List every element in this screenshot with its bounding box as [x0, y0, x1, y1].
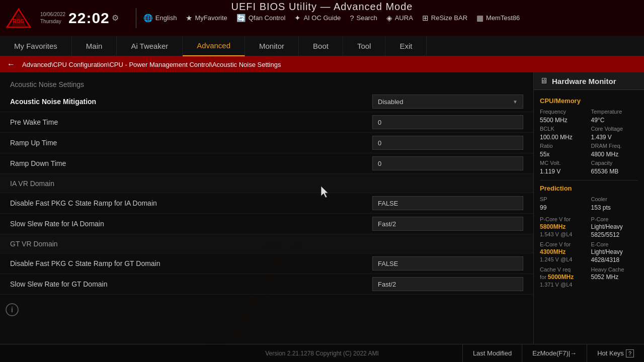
- nav-advanced[interactable]: Advanced: [183, 36, 245, 56]
- nav-boot[interactable]: Boot: [299, 36, 343, 56]
- nav-monitor[interactable]: Monitor: [245, 36, 299, 56]
- ecore-lh-label: E-Core: [591, 241, 638, 247]
- breadcrumb-back-button[interactable]: ←: [7, 60, 15, 69]
- hw-divider: [540, 180, 638, 180]
- hw-monitor-panel: 🖥 Hardware Monitor CPU/Memory Frequency …: [533, 72, 644, 344]
- setting-row-mitigation[interactable]: Acoustic Noise Mitigation Disabled: [0, 92, 533, 112]
- setting-row-disable-fast-ia[interactable]: Disable Fast PKG C State Ramp for IA Dom…: [0, 193, 533, 214]
- content-wrapper: Acoustic Noise Settings Acoustic Noise M…: [0, 72, 644, 344]
- toolbar-english[interactable]: 🌐 English: [143, 14, 177, 23]
- pcore-lh-value: Light/Heavy: [591, 223, 638, 230]
- setting-value-rampup[interactable]: 0: [372, 136, 523, 150]
- nav-main[interactable]: Main: [72, 36, 117, 56]
- toolbar-qfan-label: Qfan Control: [249, 14, 286, 22]
- ratio-value: 55x: [540, 151, 587, 158]
- ecore-boost-value: 4628/4318: [591, 256, 638, 263]
- cpu-memory-grid: Frequency Temperature 5500 MHz 49°C BCLK…: [540, 109, 638, 175]
- setting-label-slow-slew-ia: Slow Slew Rate for IA Domain: [10, 220, 372, 228]
- ecore-v-value: 1.245 V @L4: [540, 256, 587, 263]
- disable-fast-gt-value-text: FALSE: [378, 260, 398, 267]
- toolbar-myfavorite[interactable]: ★ MyFavorite: [186, 14, 227, 23]
- setting-value-slow-slew-gt[interactable]: Fast/2: [372, 277, 523, 291]
- freq-label: Frequency: [540, 109, 587, 115]
- breadcrumb: Advanced\CPU Configuration\CPU - Power M…: [22, 61, 281, 68]
- setting-row-slow-slew-gt[interactable]: Slow Slew Rate for GT Domain Fast/2: [0, 274, 533, 295]
- setting-label-gt-vr: GT VR Domain: [10, 240, 523, 248]
- toolbar-memtest-label: MemTest86: [486, 14, 520, 22]
- monitor-icon: 🖥: [540, 76, 548, 85]
- setting-row-slow-slew-ia[interactable]: Slow Slew Rate for IA Domain Fast/2: [0, 214, 533, 234]
- nav-favorites[interactable]: My Favorites: [0, 36, 72, 56]
- pcore-freq-highlight: 5800MHz: [540, 223, 587, 230]
- mcvolt-label: MC Volt.: [540, 160, 587, 166]
- setting-value-disable-fast-gt[interactable]: FALSE: [372, 256, 523, 270]
- resize-icon: ⊞: [422, 14, 429, 23]
- setting-value-rampdown[interactable]: 0: [372, 156, 523, 170]
- toolbar-search[interactable]: ? Search: [350, 14, 377, 22]
- heavy-cache-label: Heavy Cache: [591, 266, 638, 273]
- setting-label-slow-slew-gt: Slow Slew Rate for GT Domain: [10, 280, 372, 288]
- nav-exit[interactable]: Exit: [385, 36, 427, 56]
- setting-value-disable-fast-ia[interactable]: FALSE: [372, 196, 523, 210]
- mitigation-value-text: Disabled: [378, 98, 404, 106]
- cache-for-label: for: [540, 274, 546, 280]
- main-panel: Acoustic Noise Settings Acoustic Noise M…: [0, 72, 533, 344]
- setting-label-rampdown: Ramp Down Time: [10, 159, 372, 167]
- prediction-grid: SP Cooler 99 153 pts: [540, 196, 638, 211]
- setting-row-disable-fast-gt[interactable]: Disable Fast PKG C State Ramp for GT Dom…: [0, 253, 533, 274]
- info-icon[interactable]: i: [5, 303, 19, 321]
- slow-slew-ia-value-text: Fast/2: [378, 220, 396, 228]
- toolbar-english-label: English: [155, 14, 177, 22]
- toolbar-resizebar[interactable]: ⊞ ReSize BAR: [422, 14, 467, 23]
- capacity-label: Capacity: [591, 160, 638, 166]
- cpu-memory-title: CPU/Memory: [540, 97, 638, 105]
- setting-label-disable-fast-ia: Disable Fast PKG C State Ramp for IA Dom…: [10, 199, 372, 207]
- heavy-cache-value: 5052 MHz: [591, 274, 638, 281]
- cache-freq-highlight: 5000MHz: [548, 274, 574, 281]
- hotkeys-key: ?: [626, 349, 634, 357]
- settings-gear-icon[interactable]: ⚙: [112, 13, 119, 23]
- footer: Version 2.21.1278 Copyright (C) 2022 AMI…: [0, 344, 644, 362]
- setting-label-rampup: Ramp Up Time: [10, 139, 372, 147]
- pcore-v-label: P-Core V for: [540, 216, 587, 222]
- setting-value-slow-slew-ia[interactable]: Fast/2: [372, 217, 523, 231]
- toolbar-qfan[interactable]: 🔄 Qfan Control: [236, 14, 286, 23]
- time-display: 22:02: [68, 10, 110, 27]
- footer-hotkeys[interactable]: Hot Keys ?: [587, 344, 644, 362]
- prewake-value-text: 0: [378, 119, 381, 126]
- nav-tool[interactable]: Tool: [343, 36, 386, 56]
- footer-last-modified[interactable]: Last Modified: [462, 344, 522, 362]
- toolbar-resizebar-label: ReSize BAR: [431, 14, 467, 22]
- setting-row-prewake[interactable]: Pre Wake Time 0: [0, 112, 533, 133]
- hw-monitor-content: CPU/Memory Frequency Temperature 5500 MH…: [534, 90, 644, 295]
- setting-label-mitigation: Acoustic Noise Mitigation: [10, 98, 372, 106]
- cache-v-section: Cache V req Heavy Cache for 5000MHz 5052…: [540, 266, 638, 288]
- hw-monitor-title: Hardware Monitor: [552, 77, 616, 85]
- toolbar-search-label: Search: [356, 14, 377, 22]
- toolbar-aura-label: AURA: [395, 14, 413, 22]
- nav-aitweaker[interactable]: Ai Tweaker: [117, 36, 183, 56]
- temp-value: 49°C: [591, 117, 638, 124]
- setting-value-mitigation[interactable]: Disabled: [372, 95, 523, 109]
- pcore-lh-label: P-Core: [591, 216, 638, 222]
- version-text: Version 2.21.1278 Copyright (C) 2022 AMI: [265, 350, 378, 357]
- toolbar-memtest[interactable]: ▦ MemTest86: [476, 14, 520, 23]
- toolbar-aioc[interactable]: ✦ AI OC Guide: [294, 14, 341, 23]
- ratio-label: Ratio: [540, 143, 587, 149]
- footer-ezmode[interactable]: EzMode(F7)|→: [522, 344, 587, 362]
- top-toolbar: 🌐 English ★ MyFavorite 🔄 Qfan Control ✦ …: [143, 14, 638, 23]
- setting-row-rampup[interactable]: Ramp Up Time 0: [0, 133, 533, 153]
- toolbar-aura[interactable]: ◈ AURA: [386, 14, 413, 23]
- toolbar-aioc-label: AI OC Guide: [303, 14, 341, 22]
- fan-icon: 🔄: [236, 14, 246, 23]
- setting-value-prewake[interactable]: 0: [372, 115, 523, 129]
- breadcrumb-bar: ← Advanced\CPU Configuration\CPU - Power…: [0, 56, 644, 72]
- title-bar: UEFI BIOS Utility — Advanced Mode: [231, 1, 413, 13]
- disable-fast-ia-value-text: FALSE: [378, 200, 398, 207]
- header-divider: [136, 8, 136, 28]
- mem-icon: ▦: [476, 14, 484, 23]
- cache-v-empty: [591, 282, 638, 288]
- setting-row-rampdown[interactable]: Ramp Down Time 0: [0, 153, 533, 174]
- svg-text:i: i: [11, 306, 13, 314]
- ecore-v-section: E-Core V for E-Core 4300MHz Light/Heavy …: [540, 241, 638, 263]
